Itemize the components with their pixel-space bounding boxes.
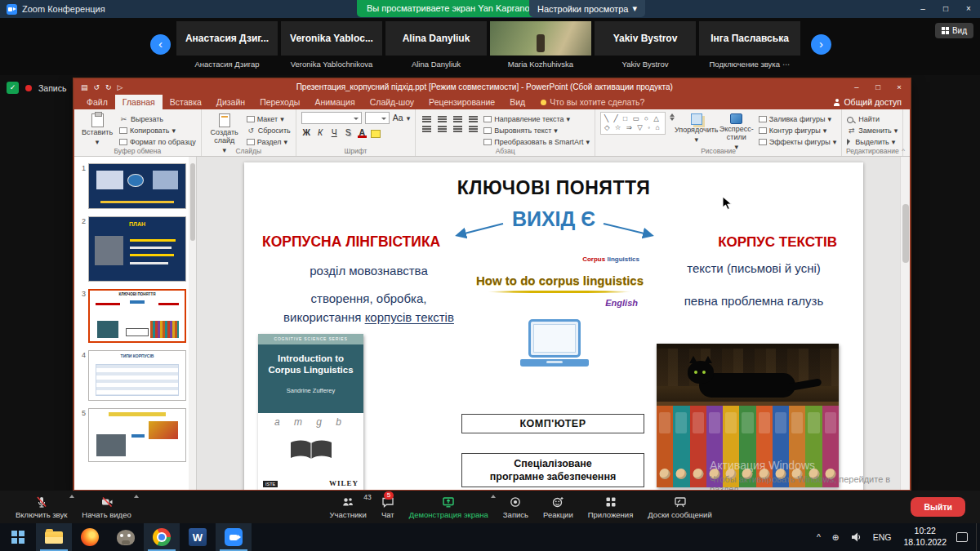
ppt-close-button[interactable]: ×	[889, 79, 910, 95]
firefox-button[interactable]	[72, 523, 108, 551]
chevron-up-icon[interactable]	[134, 495, 139, 498]
text-shadow-button[interactable]: S	[343, 127, 354, 138]
tab-file[interactable]: Файл	[79, 95, 115, 109]
view-settings-dropdown[interactable]: Настройки просмотра ▾	[529, 0, 645, 17]
ppt-restore-button[interactable]: □	[867, 79, 889, 95]
highlight-button[interactable]	[371, 130, 381, 138]
select-button[interactable]: Выделить▾	[847, 137, 898, 147]
align-left-icon[interactable]	[422, 126, 431, 127]
align-right-icon[interactable]	[453, 126, 462, 127]
slide-thumbnail-4[interactable]: ТИПИ КОРПУСІВ	[88, 350, 186, 401]
participant-tile[interactable]: Інга Паславська	[699, 21, 800, 56]
tab-insert[interactable]: Вставка	[163, 95, 209, 109]
thumbnails-scrollbar[interactable]	[189, 157, 196, 490]
bold-button[interactable]: Ж	[301, 127, 312, 138]
file-explorer-button[interactable]	[36, 523, 72, 551]
minimize-button[interactable]: –	[911, 0, 934, 18]
tab-view[interactable]: Вид	[502, 95, 532, 109]
slide-thumbnail-1[interactable]	[88, 163, 186, 209]
maximize-button[interactable]: □	[934, 0, 957, 18]
chrome-button[interactable]	[144, 523, 180, 551]
unmute-button[interactable]: Включить звук	[8, 491, 74, 523]
whiteboards-button[interactable]: Доски сообщений	[640, 491, 719, 523]
gallery-scroll[interactable]	[670, 112, 675, 121]
participants-button[interactable]: Участники 43	[322, 491, 373, 523]
clock[interactable]: 10:22 18.10.2022	[897, 526, 953, 548]
slide-scrollbar[interactable]	[900, 157, 910, 490]
gimp-button[interactable]	[108, 523, 144, 551]
record-button[interactable]: Запись	[496, 491, 536, 523]
paste-button[interactable]: Вставить ▾	[79, 112, 115, 147]
start-slideshow-icon[interactable]: ▷	[118, 83, 123, 91]
participant-tile[interactable]: Veronika Yabloc...	[281, 21, 382, 56]
numbering-icon[interactable]	[438, 116, 447, 118]
tell-me-box[interactable]: Что вы хотите сделать?	[532, 95, 653, 109]
indent-icon[interactable]	[453, 116, 462, 118]
undo-icon[interactable]: ↺	[94, 83, 100, 91]
chat-button[interactable]: Чат 5	[374, 491, 402, 523]
current-slide[interactable]: КЛЮЧОВІ ПОНЯТТЯ ВИХІД Є КОРПУСНА ЛІНГВІС…	[244, 162, 863, 490]
redo-icon[interactable]: ↻	[105, 83, 112, 91]
view-button[interactable]: Вид	[935, 23, 973, 38]
participant-tile[interactable]: Yakiv Bystrov	[595, 21, 696, 56]
font-color-button[interactable]: А	[357, 127, 368, 138]
apps-button[interactable]: Приложения	[581, 491, 641, 523]
previous-participants-button[interactable]: ‹	[150, 34, 171, 55]
reactions-button[interactable]: Реакции	[536, 491, 581, 523]
quick-styles-button[interactable]: Экспресс-стили ▾	[719, 112, 755, 152]
participant-tile-video[interactable]	[490, 21, 591, 56]
slide-thumbnail-2[interactable]: ПЛАН	[88, 216, 186, 282]
font-name-combobox[interactable]	[301, 112, 362, 124]
security-shield-icon[interactable]: ✓	[7, 82, 19, 94]
shapes-gallery[interactable]: ╲ ╱ □ ▭ ○ △ ◇ ☆ ⇒ ▽ ◦ ⌂	[600, 112, 666, 135]
text-direction-button[interactable]: Направление текста▾	[483, 114, 590, 124]
slide-thumbnail-5[interactable]	[88, 408, 186, 462]
collapse-ribbon-button[interactable]: ^	[902, 147, 905, 154]
smartart-button[interactable]: Преобразовать в SmartArt▾	[483, 137, 590, 147]
tab-design[interactable]: Дизайн	[209, 95, 252, 109]
start-video-button[interactable]: Начать видео	[74, 491, 138, 523]
shape-outline-button[interactable]: Контур фигуры▾	[759, 126, 837, 136]
align-center-icon[interactable]	[438, 126, 447, 127]
layout-button[interactable]: Макет▾	[247, 114, 291, 124]
format-painter-button[interactable]: Формат по образцу	[119, 137, 196, 147]
underline-button[interactable]: Ч	[329, 127, 340, 138]
ppt-minimize-button[interactable]: –	[846, 79, 867, 95]
tab-slideshow[interactable]: Слайд-шоу	[363, 95, 421, 109]
line-spacing-icon[interactable]	[469, 116, 478, 118]
copy-button[interactable]: Копировать▾	[119, 126, 196, 136]
participant-tile[interactable]: Alina Danyliuk	[385, 21, 487, 56]
bullets-icon[interactable]	[422, 116, 431, 118]
italic-button[interactable]: К	[315, 127, 326, 138]
align-text-button[interactable]: Выровнять текст▾	[483, 126, 590, 136]
shape-fill-button[interactable]: Заливка фигуры▾	[759, 114, 837, 124]
replace-button[interactable]: ⇄Заменить▾	[847, 126, 898, 136]
show-desktop-button[interactable]	[976, 523, 980, 551]
zoom-taskbar-button[interactable]	[216, 523, 252, 551]
tab-home[interactable]: Главная	[115, 95, 163, 109]
slide-thumbnail-3-selected[interactable]: КЛЮЧОВІ ПОНЯТТЯ	[88, 289, 186, 343]
tray-expand-button[interactable]: ^	[811, 523, 826, 551]
action-center-icon[interactable]	[956, 532, 968, 542]
tab-review[interactable]: Рецензирование	[421, 95, 502, 109]
volume-icon[interactable]	[845, 523, 867, 551]
cut-button[interactable]: ✂Вырезать	[119, 114, 196, 124]
participant-tile[interactable]: Анастасия Дзиг...	[176, 21, 278, 56]
tab-animations[interactable]: Анимация	[307, 95, 362, 109]
leave-meeting-button[interactable]: Выйти	[911, 497, 965, 517]
word-button[interactable]: W	[180, 523, 216, 551]
save-icon[interactable]: ▤	[81, 83, 88, 91]
share-button[interactable]: Общий доступ	[834, 95, 910, 109]
find-button[interactable]: Найти	[847, 114, 898, 124]
justify-icon[interactable]	[469, 126, 478, 127]
tab-transitions[interactable]: Переходы	[252, 95, 307, 109]
network-icon[interactable]: ⊕	[826, 523, 845, 551]
more-options-icon[interactable]: ⋯	[782, 60, 791, 69]
start-button[interactable]	[0, 523, 36, 551]
next-participants-button[interactable]: ›	[811, 34, 831, 55]
arrange-button[interactable]: Упорядочить ▾	[679, 112, 715, 144]
reset-button[interactable]: ↺Сбросить	[247, 126, 291, 136]
font-size-combobox[interactable]	[365, 112, 390, 124]
shape-effects-button[interactable]: Эффекты фигуры▾	[759, 137, 837, 147]
change-case-button[interactable]: Аа	[393, 113, 403, 123]
